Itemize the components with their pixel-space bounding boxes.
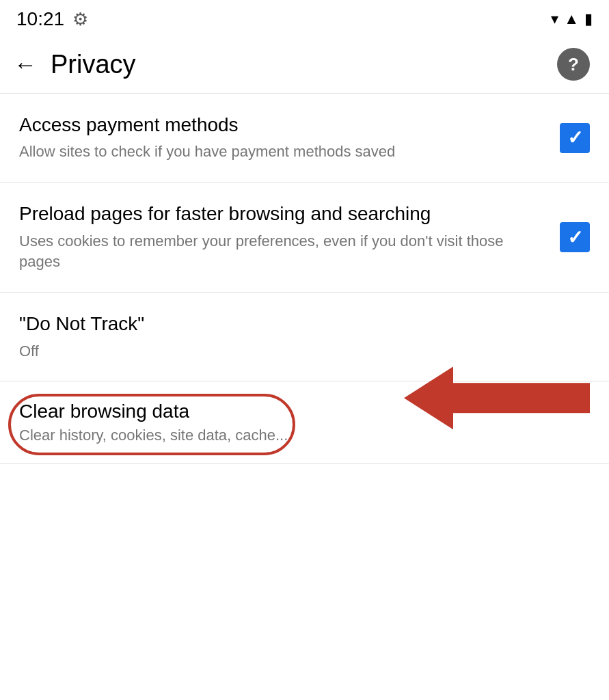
wifi-icon: ▾ [551, 10, 558, 28]
checkmark-icon-2: ✓ [567, 226, 583, 249]
time-display: 10:21 [16, 8, 64, 30]
access-payment-subtitle: Allow sites to check if you have payment… [19, 142, 546, 163]
page-title: Privacy [51, 50, 136, 79]
help-icon: ? [568, 54, 579, 75]
preload-pages-text: Preload pages for faster browsing and se… [19, 202, 560, 273]
clear-browsing-wrapper: Clear browsing data Clear history, cooki… [0, 381, 609, 464]
back-button[interactable]: ← [14, 51, 37, 78]
checkmark-icon: ✓ [567, 126, 583, 149]
page-header: ← Privacy ? [0, 36, 609, 93]
preload-pages-title: Preload pages for faster browsing and se… [19, 202, 546, 226]
do-not-track-title: "Do Not Track" [19, 312, 576, 336]
battery-icon: ▮ [584, 10, 593, 28]
red-arrow-container [404, 366, 590, 429]
settings-list: Access payment methods Allow sites to ch… [0, 93, 609, 464]
access-payment-checkbox[interactable]: ✓ [560, 123, 590, 153]
arrow-head-icon [404, 366, 453, 429]
preload-pages-item[interactable]: Preload pages for faster browsing and se… [0, 183, 609, 293]
status-left: 10:21 ⚙ [16, 8, 88, 30]
gear-icon: ⚙ [72, 9, 88, 30]
signal-icon: ▲ [564, 10, 579, 28]
status-bar: 10:21 ⚙ ▾ ▲ ▮ [0, 0, 609, 36]
access-payment-text: Access payment methods Allow sites to ch… [19, 113, 560, 163]
arrow-body-shape [453, 383, 590, 413]
preload-pages-checkbox[interactable]: ✓ [560, 222, 590, 252]
status-right: ▾ ▲ ▮ [551, 10, 593, 28]
access-payment-title: Access payment methods [19, 113, 546, 137]
clear-browsing-subtitle: Clear history, cookies, site data, cache… [19, 427, 590, 444]
help-button[interactable]: ? [557, 48, 590, 81]
do-not-track-text: "Do Not Track" Off [19, 312, 590, 362]
do-not-track-value: Off [19, 341, 576, 362]
preload-pages-subtitle: Uses cookies to remember your preference… [19, 231, 546, 273]
access-payment-item[interactable]: Access payment methods Allow sites to ch… [0, 93, 609, 183]
header-left: ← Privacy [14, 50, 136, 79]
